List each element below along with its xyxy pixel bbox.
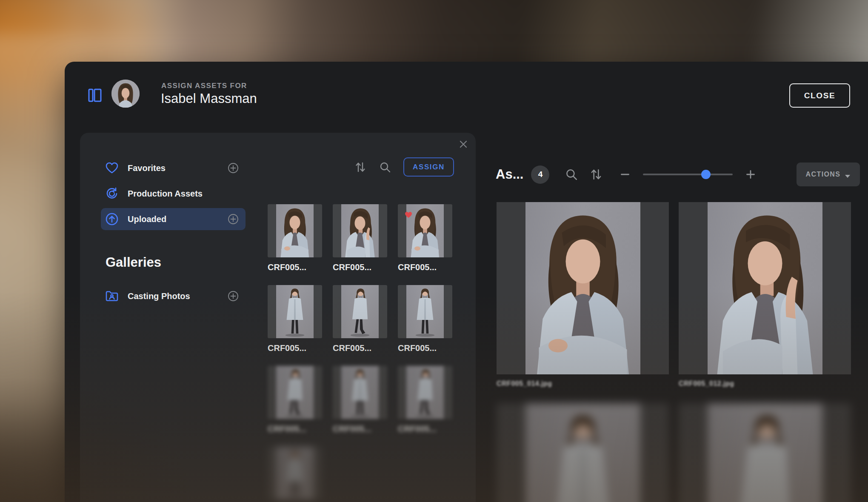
thumbnail-image [276,204,314,257]
sync-icon [105,186,119,201]
assign-assets-modal: ASSIGN ASSETS FOR Isabel Massman CLOSE F… [65,62,868,502]
upload-icon [105,212,119,226]
add-to-uploaded-icon[interactable] [227,213,240,225]
screen: ASSIGN ASSETS FOR Isabel Massman CLOSE F… [0,0,868,502]
sidebar-toggle-icon[interactable] [88,88,102,103]
photo-grid: CRF005_014.jpg CRF005_012.jpg [497,202,861,502]
browser-toolbar: As... 4 [496,162,860,187]
sidebar-item-production-assets[interactable]: Production Assets [101,183,246,205]
thumbnail-label: CRF005... [333,343,387,353]
sort-icon[interactable] [354,161,367,174]
zoom-slider[interactable] [643,170,733,179]
collections-panel: Favorites Produ [80,133,476,502]
page-title: Isabel Massman [161,91,257,106]
thumbnail-label: CRF005... [333,262,387,272]
thumbnail-image [406,366,444,419]
thumbnail-label: CRF005... [398,343,452,353]
photo-filename: CRF005_012.jpg [679,380,851,388]
chevron-down-icon [845,172,851,177]
thumbnail-item[interactable]: CRF005... [398,204,452,285]
thumbnail-item[interactable]: CRF005... [268,285,322,366]
thumbnail-item[interactable]: CRF005... [268,366,322,447]
galleries-heading: Galleries [106,255,161,270]
sort-icon[interactable] [589,168,603,181]
modal-eyebrow: ASSIGN ASSETS FOR [161,82,247,90]
thumbnail-image [406,285,444,338]
panel-toolbar: ASSIGN [354,157,454,177]
avatar [111,80,140,108]
thumbnail-item[interactable]: CRF005... [333,366,387,447]
browser-title: As... [496,167,523,182]
panel-close-icon[interactable] [457,138,470,151]
thumbnail-label: CRF005... [333,424,387,434]
photo-item[interactable] [497,403,669,502]
photo-image [525,202,640,374]
thumbnail-item[interactable]: CRF005... [333,285,387,366]
sidebar-item-label: Casting Photos [128,291,190,301]
sidebar-item-favorites[interactable]: Favorites [101,157,246,179]
panel-thumbnail-grid: CRF005... CRF005... CRF005... [268,204,468,502]
thumbnail-image [276,285,314,338]
favorite-heart-icon [404,211,413,219]
thumbnail-label: CRF005... [268,262,322,272]
photo-item[interactable]: CRF005_012.jpg [679,202,851,403]
thumbnail-image [341,366,379,419]
thumbnail-image [341,204,379,257]
thumbnail-label: CRF005... [398,262,452,272]
photo-image [708,202,822,374]
sidebar-item-label: Uploaded [128,214,166,224]
count-badge: 4 [531,165,549,184]
thumbnail-item[interactable]: CRF005... [333,204,387,285]
thumbnail-item[interactable]: CRF005... [398,285,452,366]
thumbnail-label: CRF005... [268,343,322,353]
collection-list: Favorites Produ [101,157,246,234]
zoom-in-icon[interactable] [744,168,757,181]
asset-browser: As... 4 [496,62,868,502]
zoom-slider-thumb[interactable] [701,170,711,179]
photo-image [525,403,640,502]
sidebar-item-uploaded[interactable]: Uploaded [101,208,246,230]
thumbnail-image [276,447,314,500]
thumbnail-item[interactable] [268,447,322,502]
actions-label: ACTIONS [806,171,841,178]
sidebar-item-casting-photos[interactable]: Casting Photos [101,285,246,307]
thumbnail-item[interactable]: CRF005... [398,366,452,447]
thumbnail-image [341,285,379,338]
assign-button[interactable]: ASSIGN [403,157,454,177]
sidebar-item-label: Favorites [128,163,166,173]
zoom-slider-track [643,174,733,175]
thumbnail-image [276,366,314,419]
gallery-list: Casting Photos [101,285,246,311]
photo-item[interactable] [679,403,851,502]
photo-item[interactable]: CRF005_014.jpg [497,202,669,403]
search-icon[interactable] [379,161,391,174]
sidebar-item-label: Production Assets [128,189,203,199]
zoom-out-icon[interactable] [618,168,632,181]
photo-filename: CRF005_014.jpg [497,380,669,388]
add-to-gallery-icon[interactable] [227,290,240,302]
heart-icon [105,161,119,175]
add-to-favorites-icon[interactable] [227,162,240,174]
photo-image [708,403,822,502]
search-icon[interactable] [565,168,578,181]
thumbnail-label: CRF005... [268,424,322,434]
gallery-folder-icon [105,289,119,303]
thumbnail-item[interactable]: CRF005... [268,204,322,285]
thumbnail-label: CRF005... [398,424,452,434]
actions-button[interactable]: ACTIONS [797,163,860,186]
